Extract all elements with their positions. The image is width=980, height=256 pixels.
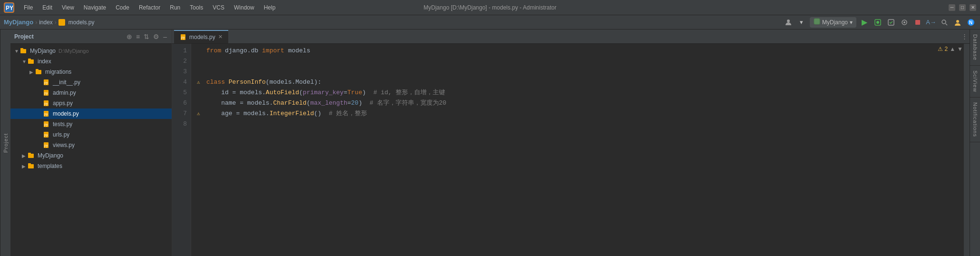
navbar: MyDjango › index › models.py ▾ MyDjango … [0,15,980,30]
minimize-button[interactable]: ─ [949,4,955,11]
menu-help[interactable]: Help [262,3,278,12]
menu-code[interactable]: Code [114,3,131,12]
tree-apps-label: apps.py [53,100,73,107]
run-config-dropdown[interactable]: MyDjango ▾ [810,17,856,28]
run-config-label: MyDjango [822,19,848,26]
navbar-toolbar: ▾ MyDjango ▾ ▶ A→ N [783,17,976,28]
translate-button[interactable]: A→ [926,17,936,28]
tabs-more-button[interactable]: ⋮ [961,33,968,40]
menu-bar: File Edit View Navigate Code Refactor Ru… [22,3,277,12]
editor-area: py models.py ✕ ⋮ 1 2 3 4 5 6 7 [172,30,970,256]
tree-file-admin[interactable]: py admin.py [10,88,172,98]
run-button[interactable]: ▶ [859,17,870,28]
svg-text:py: py [44,102,48,106]
titlebar-window-controls: ─ □ ✕ [949,4,976,11]
svg-point-10 [942,20,946,24]
titlebar: PY File Edit View Navigate Code Refactor… [0,0,980,15]
tree-file-init[interactable]: py __init__.py [10,77,172,88]
menu-refactor[interactable]: Refactor [137,3,162,12]
svg-text:py: py [44,112,48,116]
right-panel-sciview[interactable]: SciView [970,66,980,98]
menu-window[interactable]: Window [232,3,256,12]
navbar-sep-1: › [35,19,37,26]
filetree-settings-btn[interactable]: ⚙ [152,32,160,41]
run-config-arrow: ▾ [850,19,853,26]
tree-file-urls[interactable]: py urls.py [10,129,172,140]
new-ui-button[interactable]: N [966,17,976,28]
editor-tab-models[interactable]: py models.py ✕ [174,30,228,43]
svg-text:py: py [44,81,48,85]
warning-indicator: ⚠ 2 ▲ ▼ [938,46,963,52]
svg-text:py: py [44,91,48,95]
scroll-down-arrow[interactable]: ▼ [957,46,963,52]
menu-view[interactable]: View [60,3,76,12]
code-line-3 [197,67,964,77]
svg-rect-9 [915,20,920,25]
close-button[interactable]: ✕ [970,4,976,11]
svg-text:N: N [969,20,972,25]
tree-file-views[interactable]: py views.py [10,140,172,150]
filetree-collapse-btn[interactable]: ≡ [135,32,141,41]
editor-scroll-area: 1 2 3 4 5 6 7 8 from django.db import mo… [172,44,970,256]
filetree-hide-btn[interactable]: – [162,32,168,41]
filetree-header: Project ⊕ ≡ ⇅ ⚙ – [10,30,172,44]
file-icon [58,19,65,26]
code-line-4: ⚠ class PersonInfo(models.Model): [197,77,964,88]
filetree-title: Project [14,33,124,40]
profile-button[interactable] [952,17,963,28]
filetree-actions: ⊕ ≡ ⇅ ⚙ – [126,32,168,41]
menu-file[interactable]: File [22,3,35,12]
editor-tabs: py models.py ✕ ⋮ [172,30,970,44]
tree-migrations-label: migrations [45,69,71,75]
menu-navigate[interactable]: Navigate [82,3,108,12]
filetree-sort-btn[interactable]: ⇅ [143,32,150,41]
right-panels: Database SciView Notifications [970,30,980,256]
coverage-button[interactable] [886,17,896,28]
filetree-add-btn[interactable]: ⊕ [126,32,133,41]
tree-root-path: D:\MyDjango [58,48,89,54]
tree-folder-templates[interactable]: ▶ templates [10,161,172,171]
editor-tabs-right: ⋮ [961,33,968,40]
filetree-body: ▼ MyDjango D:\MyDjango ▼ [10,44,172,256]
editor-scrollbar[interactable] [964,44,970,256]
navbar-index[interactable]: index [39,19,53,26]
filetree-panel: Project ⊕ ≡ ⇅ ⚙ – ▼ MyDjango [10,30,172,256]
navbar-sep-2: › [55,19,57,26]
maximize-button[interactable]: □ [959,4,966,11]
tree-root-name: MyDjango [30,48,56,54]
tree-folder-index[interactable]: ▼ index [10,56,172,67]
code-content[interactable]: from django.db import models ⚠ class Per… [191,44,970,256]
tree-templates-label: templates [38,163,62,169]
tree-root-mydjango[interactable]: ▼ MyDjango D:\MyDjango [10,46,172,56]
svg-rect-38 [28,163,31,165]
code-editor[interactable]: 1 2 3 4 5 6 7 8 from django.db import mo… [172,44,970,256]
run-target-button[interactable] [899,17,910,28]
svg-text:py: py [181,36,185,39]
menu-vcs[interactable]: VCS [211,3,226,12]
stop-button[interactable] [912,17,923,28]
menu-edit[interactable]: Edit [40,3,54,12]
debug-button[interactable] [873,17,883,28]
scroll-up-arrow[interactable]: ▲ [950,46,955,52]
account-button[interactable] [783,17,794,28]
tab-file-icon: py [180,33,186,40]
project-panel-label[interactable]: Project [0,30,10,256]
search-button[interactable] [939,17,950,28]
tab-close-button[interactable]: ✕ [218,34,223,40]
svg-rect-3 [814,19,820,24]
account-dropdown[interactable]: ▾ [796,17,807,28]
warning-count: 2 [945,46,948,52]
window-title: MyDjango [D:\MyDjango] - models.py - Adm… [424,4,556,11]
tree-file-apps[interactable]: py apps.py [10,98,172,108]
tree-folder-mydjango2[interactable]: ▶ MyDjango [10,150,172,161]
tree-file-models[interactable]: py models.py [10,108,172,119]
code-line-1: from django.db import models [197,46,964,56]
menu-tools[interactable]: Tools [188,3,205,12]
right-panel-notifications[interactable]: Notifications [970,98,980,142]
navbar-models[interactable]: models.py [68,19,95,26]
tree-folder-migrations[interactable]: ▶ migrations [10,67,172,77]
right-panel-database[interactable]: Database [970,30,980,66]
tree-file-tests[interactable]: py tests.py [10,119,172,129]
navbar-brand[interactable]: MyDjango [4,19,33,26]
menu-run[interactable]: Run [168,3,182,12]
